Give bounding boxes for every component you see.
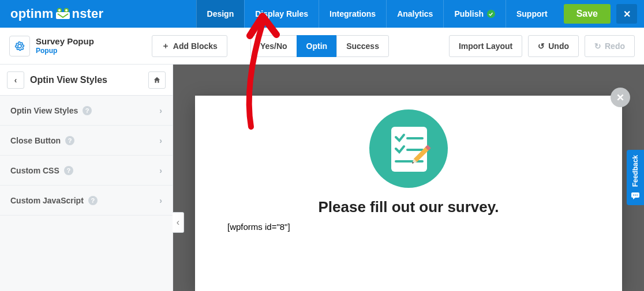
home-icon	[153, 76, 161, 84]
panel-custom-js[interactable]: Custom JavaScript ? ›	[0, 186, 173, 216]
chevron-right-icon: ›	[159, 166, 162, 175]
nav-support-label: Support	[516, 9, 548, 18]
svg-point-20	[636, 194, 638, 195]
import-layout-button[interactable]: Import Layout	[449, 35, 522, 57]
svg-point-2	[58, 9, 61, 12]
main-area: ‹ Optin View Styles Optin View Styles ? …	[0, 65, 644, 291]
logo: optinm nster	[10, 6, 103, 21]
campaign-name: Survey Popup	[36, 37, 94, 47]
add-blocks-button[interactable]: ＋ Add Blocks	[152, 35, 227, 57]
popup-headline[interactable]: Please fill out our survey.	[318, 198, 499, 216]
tab-optin[interactable]: Optin	[297, 35, 337, 57]
chevron-left-icon: ‹	[177, 217, 179, 228]
chevron-right-icon: ›	[159, 196, 162, 205]
svg-point-3	[65, 9, 68, 12]
close-icon: ✕	[623, 9, 631, 20]
survey-illustration-icon	[368, 108, 449, 189]
help-icon: ?	[88, 196, 98, 205]
nav-integrations[interactable]: Integrations	[319, 0, 386, 28]
tab-success[interactable]: Success	[336, 35, 389, 57]
canvas: ‹	[173, 65, 644, 291]
tab-success-label: Success	[346, 41, 379, 51]
nav-design[interactable]: Design	[196, 0, 245, 28]
feedback-tab[interactable]: Feedback	[627, 150, 644, 205]
sidebar-header: ‹ Optin View Styles	[0, 65, 173, 96]
panel-label: Custom CSS	[10, 166, 59, 175]
nav-publish[interactable]: Publish	[443, 0, 506, 28]
panel-optin-view-styles[interactable]: Optin View Styles ? ›	[0, 96, 173, 126]
tab-yesno-label: Yes/No	[260, 41, 287, 51]
nav-design-label: Design	[207, 9, 234, 18]
svg-marker-17	[633, 198, 635, 199]
logo-monster-icon	[55, 7, 71, 20]
panel-label: Optin View Styles	[10, 106, 78, 115]
chevron-right-icon: ›	[159, 106, 162, 115]
sidebar-title: Optin View Styles	[30, 75, 148, 85]
logo-text-pre: optinm	[10, 6, 54, 21]
import-layout-label: Import Layout	[459, 41, 512, 51]
sidebar: ‹ Optin View Styles Optin View Styles ? …	[0, 65, 173, 291]
save-button-label: Save	[576, 9, 598, 19]
help-icon: ?	[65, 136, 74, 145]
gear-icon	[14, 41, 25, 51]
chevron-left-icon: ‹	[14, 75, 17, 85]
panel-label: Custom JavaScript	[10, 196, 84, 205]
plus-icon: ＋	[162, 41, 170, 51]
undo-label: Undo	[548, 41, 569, 51]
popup-body: Please fill out our survey. [wpforms id=…	[195, 96, 622, 232]
nav-analytics-label: Analytics	[397, 9, 433, 18]
logo-text-post: nster	[72, 6, 104, 21]
nav-support[interactable]: Support	[506, 0, 558, 28]
view-tabs: Yes/No Optin Success	[250, 35, 389, 57]
svg-point-18	[633, 194, 634, 195]
undo-icon: ↺	[538, 41, 545, 51]
popup-close-button[interactable]	[611, 88, 630, 107]
undo-button[interactable]: ↺ Undo	[528, 35, 579, 57]
nav-display-rules[interactable]: Display Rules	[244, 0, 319, 28]
add-blocks-label: Add Blocks	[173, 41, 218, 51]
chevron-right-icon: ›	[159, 136, 162, 145]
close-editor-button[interactable]: ✕	[616, 4, 637, 24]
speech-bubble-icon	[631, 192, 640, 200]
sidebar-home-button[interactable]	[148, 71, 166, 89]
sub-header: Survey Popup Popup ＋ Add Blocks Yes/No O…	[0, 28, 644, 65]
save-button[interactable]: Save	[564, 4, 611, 24]
tab-optin-label: Optin	[306, 41, 328, 51]
panel-label: Close Button	[10, 136, 61, 145]
close-icon	[616, 93, 624, 101]
nav-display-rules-label: Display Rules	[255, 9, 308, 18]
redo-button[interactable]: ↻ Redo	[585, 35, 635, 57]
nav-integrations-label: Integrations	[330, 9, 376, 18]
top-nav: optinm nster Design Display Rules Integr…	[0, 0, 644, 28]
campaign-info: Survey Popup Popup	[36, 37, 94, 55]
feedback-label: Feedback	[631, 155, 639, 187]
popup-shortcode[interactable]: [wpforms id="8"]	[227, 222, 290, 232]
redo-icon: ↻	[594, 41, 601, 51]
svg-point-19	[635, 194, 636, 195]
redo-label: Redo	[605, 41, 625, 51]
campaign-settings-button[interactable]	[9, 36, 30, 56]
panel-custom-css[interactable]: Custom CSS ? ›	[0, 156, 173, 186]
nav-analytics[interactable]: Analytics	[386, 0, 443, 28]
nav-publish-label: Publish	[454, 9, 484, 18]
popup-preview[interactable]: Please fill out our survey. [wpforms id=…	[195, 96, 622, 291]
campaign-type: Popup	[36, 47, 94, 55]
help-icon: ?	[83, 106, 92, 115]
tab-yesno[interactable]: Yes/No	[250, 35, 297, 57]
sidebar-back-button[interactable]: ‹	[7, 71, 24, 89]
panel-close-button[interactable]: Close Button ? ›	[0, 126, 173, 156]
help-icon: ?	[64, 166, 73, 175]
collapse-sidebar-button[interactable]: ‹	[173, 212, 184, 233]
publish-complete-icon	[487, 10, 495, 18]
